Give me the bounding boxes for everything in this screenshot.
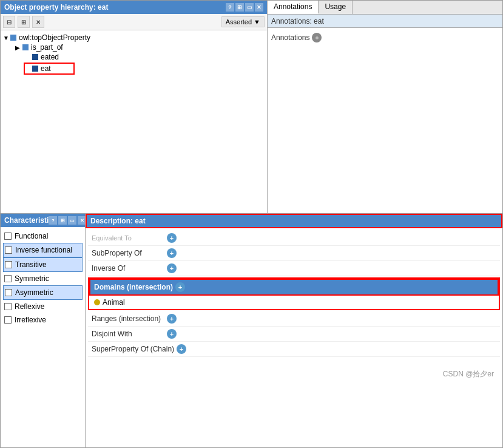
delete-button[interactable]: ✕	[32, 16, 44, 28]
tree-item-1[interactable]: ▶ is_part_of	[15, 42, 265, 52]
char-item-reflexive[interactable]: Reflexive	[3, 300, 83, 313]
inverse-of-section: Inverse Of +	[88, 261, 500, 276]
header-icon-close[interactable]: ✕	[255, 3, 263, 12]
char-icon-1[interactable]: ?	[49, 216, 57, 225]
checkbox-functional[interactable]	[4, 232, 12, 240]
checkbox-transitive[interactable]	[5, 261, 12, 268]
footer: CSDN @拾夕er	[88, 357, 500, 382]
left-panel: Object property hierarchy: eat ? ⊞ ▭ ✕ ⊟…	[1, 1, 268, 213]
char-label-functional: Functional	[15, 232, 48, 240]
expand-all-button[interactable]: ⊞	[18, 16, 30, 28]
tree-item-eat[interactable]: eat	[25, 64, 73, 73]
annotations-label: Annotations	[271, 33, 309, 42]
char-item-inverse-functional[interactable]: Inverse functional	[3, 243, 83, 257]
char-label-irreflexive: Irreflexive	[15, 316, 46, 324]
header-icon-2[interactable]: ⊞	[235, 3, 244, 12]
equivalent-to-section: Equivalent To +	[88, 231, 500, 246]
footer-text: CSDN @拾夕er	[443, 370, 494, 378]
char-item-symmetric[interactable]: Symmetric	[3, 272, 83, 285]
char-label-inverse-functional: Inverse functional	[15, 246, 72, 254]
right-panel: Annotations Usage Annotations: eat Annot…	[268, 1, 502, 213]
collapse-all-button[interactable]: ⊟	[3, 16, 15, 28]
header-icons: ? ⊞ ▭ ✕	[226, 3, 263, 12]
description-area: Equivalent To + SubProperty Of + Inverse…	[86, 228, 502, 447]
subproperty-of-add-button[interactable]: +	[167, 248, 177, 258]
inverse-of-add-button[interactable]: +	[167, 263, 177, 273]
description-title: Description: eat	[90, 217, 146, 225]
ranges-section: Ranges (intersection) +	[88, 311, 500, 327]
asserted-dropdown[interactable]: Asserted ▼	[221, 16, 265, 27]
subproperty-of-label: SubProperty Of	[92, 249, 164, 257]
superproperty-chain-label: SuperProperty Of (Chain)	[92, 345, 174, 353]
equivalent-to-add-button[interactable]: +	[167, 233, 177, 243]
description-panel: Description: eat Equivalent To + SubProp…	[86, 214, 502, 447]
char-label-asymmetric: Asymmetric	[15, 288, 53, 297]
domains-label: Domains (intersection)	[94, 283, 173, 291]
property-icon-1	[22, 44, 29, 50]
char-label-symmetric: Symmetric	[15, 274, 49, 283]
checkbox-asymmetric[interactable]	[5, 289, 12, 296]
characteristics-list: Functional Inverse functional Transitive…	[1, 227, 85, 447]
tree-item-2[interactable]: eated	[25, 52, 265, 62]
tab-annotations[interactable]: Annotations	[268, 1, 319, 14]
description-header: Description: eat	[86, 214, 502, 228]
inverse-of-label: Inverse Of	[92, 264, 164, 273]
checkbox-inverse-functional[interactable]	[5, 246, 12, 254]
tab-bar: Annotations Usage	[268, 1, 502, 15]
checkbox-symmetric[interactable]	[4, 275, 12, 282]
annotations-area: Annotations +	[268, 28, 502, 213]
tree-item-0[interactable]: ▼ owl:topObjectProperty	[3, 33, 265, 42]
hierarchy-header: Object property hierarchy: eat ? ⊞ ▭ ✕	[1, 1, 267, 14]
property-icon-2	[32, 54, 38, 60]
animal-item: Animal	[89, 296, 499, 309]
equivalent-to-label: Equivalent To	[92, 234, 164, 242]
char-icon-3[interactable]: ▭	[68, 216, 76, 225]
char-item-asymmetric[interactable]: Asymmetric	[3, 285, 83, 300]
expand-arrow-1: ▶	[15, 44, 22, 51]
characteristics-title: Characteristi	[4, 216, 49, 225]
annotations-add-button[interactable]: +	[312, 33, 322, 42]
disjoint-with-add-button[interactable]: +	[167, 329, 177, 339]
ranges-add-button[interactable]: +	[167, 314, 177, 324]
tree-area: ▼ owl:topObjectProperty ▶ is_part_of eat…	[1, 30, 267, 213]
superproperty-chain-add-button[interactable]: +	[177, 344, 186, 354]
disjoint-with-section: Disjoint With +	[88, 327, 500, 342]
property-icon-3	[32, 66, 38, 72]
tab-annotations-label: Annotations	[274, 2, 312, 11]
subproperty-of-section: SubProperty Of +	[88, 246, 500, 261]
tree-label-1: is_part_of	[31, 43, 63, 52]
domains-add-button[interactable]: +	[175, 282, 185, 292]
tree-label-eat: eat	[41, 64, 51, 73]
superproperty-chain-section: SuperProperty Of (Chain) +	[88, 342, 500, 357]
toolbar-right: Asserted ▼	[221, 16, 265, 27]
disjoint-with-label: Disjoint With	[92, 330, 164, 338]
header-icon-3[interactable]: ▭	[245, 3, 254, 12]
asserted-arrow: ▼	[254, 18, 260, 25]
tree-label-2: eated	[41, 53, 59, 61]
property-icon-0	[10, 35, 16, 41]
char-item-irreflexive[interactable]: Irreflexive	[3, 313, 83, 327]
domains-section: Domains (intersection) +	[89, 279, 499, 296]
char-item-transitive[interactable]: Transitive	[3, 257, 83, 272]
checkbox-irreflexive[interactable]	[4, 316, 12, 324]
app-container: Object property hierarchy: eat ? ⊞ ▭ ✕ ⊟…	[0, 0, 503, 448]
asserted-label: Asserted	[226, 18, 252, 25]
annotations-title: Annotations: eat	[271, 17, 324, 25]
tab-usage[interactable]: Usage	[319, 1, 353, 14]
animal-label: Animal	[103, 298, 125, 307]
char-item-functional[interactable]: Functional	[3, 229, 83, 243]
char-label-transitive: Transitive	[15, 260, 47, 269]
tab-usage-label: Usage	[325, 2, 346, 11]
annotations-header: Annotations: eat	[268, 15, 502, 28]
ranges-label: Ranges (intersection)	[92, 314, 164, 323]
header-icon-1[interactable]: ?	[226, 3, 234, 12]
checkbox-reflexive[interactable]	[4, 303, 12, 310]
domains-container: Domains (intersection) + Animal	[88, 277, 500, 310]
char-label-reflexive: Reflexive	[15, 302, 44, 311]
top-panel: Object property hierarchy: eat ? ⊞ ▭ ✕ ⊟…	[1, 1, 502, 213]
characteristics-panel: Characteristi ? ⊞ ▭ ✕ Functional Inverse	[1, 214, 86, 447]
hierarchy-toolbar: ⊟ ⊞ ✕ Asserted ▼	[1, 14, 267, 30]
char-icon-2[interactable]: ⊞	[58, 216, 67, 225]
hierarchy-title: Object property hierarchy: eat	[4, 3, 108, 12]
characteristics-header: Characteristi ? ⊞ ▭ ✕	[1, 214, 85, 227]
